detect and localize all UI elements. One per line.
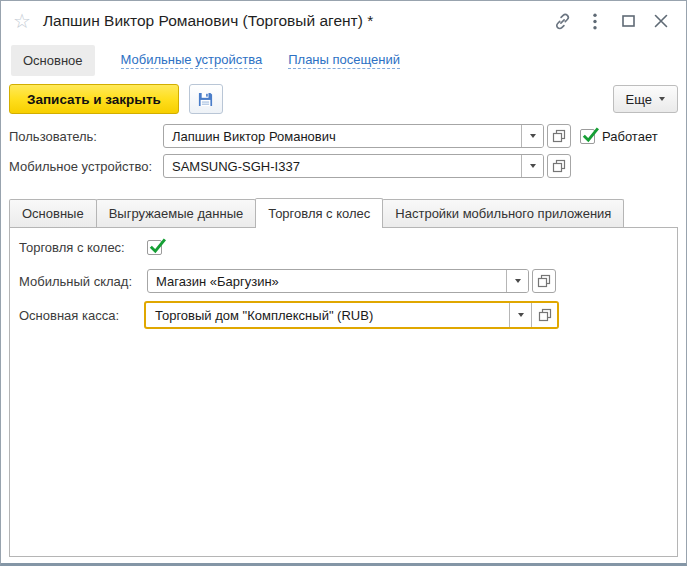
caret-down-icon [518,313,524,317]
user-dropdown-button[interactable] [521,125,543,147]
user-open-button[interactable] [547,124,571,148]
command-bar: Записать и закрыть Еще [1,79,686,114]
cashbox-label: Основная касса: [19,308,147,323]
caret-down-icon [515,279,521,283]
cashbox-dropdown-button[interactable] [509,303,531,327]
warehouse-dropdown-button[interactable] [506,270,528,292]
nav-tab-main[interactable]: Основное [11,45,95,76]
nav-link-mobile-devices[interactable]: Мобильные устройства [121,52,263,69]
header-form: Пользователь: Лапшин Виктор Романович Ра… [1,114,686,178]
trade-row: Торговля с колес: [19,240,677,255]
app-window: ☆ Лапшин Виктор Романович (Торговый аген… [0,0,687,566]
more-actions-button[interactable]: Еще [613,85,678,113]
cashbox-field-focused: Торговый дом "Комплексный" (RUB) [144,301,559,329]
open-link-icon [552,159,566,173]
link-icon[interactable] [551,10,573,32]
caret-down-icon [530,134,536,138]
works-checkbox[interactable] [580,129,595,144]
open-link-icon [538,308,552,322]
maximize-icon[interactable] [617,10,639,32]
device-label: Мобильное устройство: [9,159,163,174]
cashbox-input[interactable]: Торговый дом "Комплексный" (RUB) [146,303,509,327]
tab-van-selling[interactable]: Торговля с колес [255,198,383,228]
more-menu-icon[interactable] [584,10,606,32]
user-row: Пользователь: Лапшин Виктор Романович Ра… [9,124,678,148]
trade-checkbox[interactable] [147,240,162,255]
nav-link-visit-plans[interactable]: Планы посещений [288,52,400,69]
window-title: Лапшин Виктор Романович (Торговый агент)… [43,12,373,30]
tab-main-settings[interactable]: Основные [9,199,97,227]
more-actions-label: Еще [626,92,652,107]
user-field: Лапшин Виктор Романович [163,124,544,148]
favorite-star-icon[interactable]: ☆ [13,11,31,31]
settings-tabstrip: Основные Выгружаемые данные Торговля с к… [1,184,686,227]
open-link-icon [537,274,551,288]
open-link-icon [552,129,566,143]
chevron-down-icon [659,97,665,101]
device-field: SAMSUNG-SGH-I337 [163,154,544,178]
save-button[interactable] [189,84,223,114]
checkmark-icon [581,126,599,142]
close-icon[interactable] [650,10,672,32]
tab-exported-data[interactable]: Выгружаемые данные [96,199,257,227]
device-dropdown-button[interactable] [521,155,543,177]
warehouse-label: Мобильный склад: [19,274,147,289]
cashbox-open-button[interactable] [531,303,557,327]
save-and-close-button[interactable]: Записать и закрыть [9,84,179,114]
checkmark-icon [148,237,166,253]
tab-mobile-app-settings[interactable]: Настройки мобильного приложения [382,199,624,227]
caret-down-icon [530,164,536,168]
user-input[interactable]: Лапшин Виктор Романович [164,125,521,147]
trade-label: Торговля с колес: [19,240,147,255]
warehouse-open-button[interactable] [532,269,556,293]
device-row: Мобильное устройство: SAMSUNG-SGH-I337 [9,154,678,178]
floppy-icon [197,91,214,108]
works-label: Работает [602,129,658,144]
device-input[interactable]: SAMSUNG-SGH-I337 [164,155,521,177]
warehouse-input[interactable]: Магазин «Баргузин» [148,270,506,292]
device-open-button[interactable] [547,154,571,178]
user-label: Пользователь: [9,129,163,144]
warehouse-row: Мобильный склад: Магазин «Баргузин» [19,269,677,293]
van-selling-panel: Торговля с колес: Мобильный склад: Магаз… [9,227,678,557]
nav-bar: Основное Мобильные устройства Планы посе… [1,41,686,79]
cashbox-row: Основная касса: Торговый дом "Комплексны… [19,301,677,329]
titlebar: ☆ Лапшин Виктор Романович (Торговый аген… [1,1,686,41]
warehouse-field: Магазин «Баргузин» [147,269,529,293]
